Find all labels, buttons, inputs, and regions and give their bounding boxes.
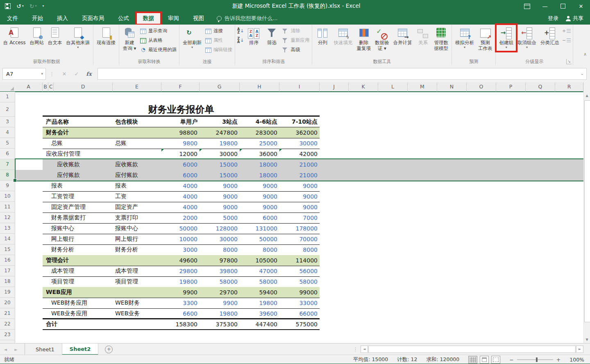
row-header-19[interactable]: 19 bbox=[0, 287, 15, 298]
cell-value-r15-G[interactable]: 8000 bbox=[200, 244, 240, 255]
cell-product-r17[interactable]: 成本管理 bbox=[43, 266, 113, 276]
page-break-view-icon[interactable] bbox=[491, 356, 500, 364]
column-header-Q[interactable]: Q bbox=[526, 82, 555, 92]
scroll-right-icon[interactable]: ► bbox=[576, 346, 583, 353]
cell-value-r22-H[interactable]: 447400 bbox=[240, 319, 279, 330]
column-header-N[interactable]: N bbox=[437, 82, 467, 92]
horizontal-scroll-thumb[interactable] bbox=[368, 346, 576, 353]
cell-value-r19-F[interactable]: 9900 bbox=[161, 287, 200, 298]
row-header-11[interactable]: 11 bbox=[0, 202, 15, 213]
cell-module-r15[interactable]: 财务分析 bbox=[113, 244, 161, 255]
sort-ascending-button[interactable]: AZ↓ bbox=[236, 27, 245, 35]
column-header-B[interactable]: B bbox=[43, 82, 48, 92]
row-header-15[interactable]: 15 bbox=[0, 244, 15, 255]
cell-module-r17[interactable]: 成本管理 bbox=[113, 266, 161, 276]
cell-value-r10-G[interactable]: 9000 bbox=[200, 191, 240, 202]
filter[interactable]: 筛选 bbox=[263, 25, 281, 47]
cell-module-r16[interactable] bbox=[113, 255, 161, 266]
cell-value-r10-F[interactable]: 4000 bbox=[161, 191, 200, 202]
cell-value-r4-G[interactable]: 247800 bbox=[200, 127, 240, 138]
zoom-slider-thumb[interactable] bbox=[536, 357, 538, 362]
cell-value-r8-G[interactable]: 15000 bbox=[200, 170, 240, 181]
cell-product-r20[interactable]: WEB财务应用 bbox=[43, 298, 113, 308]
cell-value-r17-H[interactable]: 47000 bbox=[240, 266, 279, 276]
table-header-product[interactable]: 产品名称 bbox=[43, 117, 113, 127]
zoom-level[interactable]: 100% bbox=[570, 357, 584, 363]
cell-product-r4[interactable]: 财务会计 bbox=[43, 127, 113, 138]
ungroup[interactable]: ←取消组合▾ bbox=[515, 25, 538, 50]
row-header-1[interactable]: 1 bbox=[0, 92, 15, 102]
row-header-17[interactable]: 17 bbox=[0, 266, 15, 276]
cell-product-r22[interactable]: 合计 bbox=[43, 319, 113, 330]
cell-value-r15-I[interactable]: 8000 bbox=[279, 244, 320, 255]
cell-value-r5-H[interactable]: 25000 bbox=[240, 138, 279, 149]
cell-value-r7-G[interactable]: 15000 bbox=[200, 159, 240, 170]
tab-审阅[interactable]: 审阅 bbox=[161, 12, 186, 25]
share-button[interactable]: 共享 bbox=[566, 15, 583, 22]
tab-公式[interactable]: 公式 bbox=[111, 12, 136, 25]
table-header-module[interactable]: 包含模块 bbox=[113, 117, 161, 127]
cell-value-r16-G[interactable]: 97800 bbox=[200, 255, 240, 266]
remove-duplicates[interactable]: 删除重复项 bbox=[354, 25, 373, 52]
cell-value-r11-G[interactable]: 9000 bbox=[200, 202, 240, 213]
cell-value-r8-H[interactable]: 18000 bbox=[240, 170, 279, 181]
row-header-5[interactable]: 5 bbox=[0, 138, 15, 149]
cell-value-r11-F[interactable]: 4000 bbox=[161, 202, 200, 213]
column-header-G[interactable]: G bbox=[200, 82, 240, 92]
cell-value-r19-H[interactable]: 59400 bbox=[240, 287, 279, 298]
cell-value-r20-H[interactable]: 19800 bbox=[240, 298, 279, 308]
row-header-21[interactable]: 21 bbox=[0, 308, 15, 319]
select-all-corner[interactable] bbox=[0, 82, 15, 92]
horizontal-scrollbar[interactable]: ◄ ► bbox=[361, 344, 590, 355]
sign-in-link[interactable]: 登录 bbox=[548, 15, 558, 22]
new-sheet-button[interactable]: + bbox=[105, 346, 113, 353]
cell-value-r7-I[interactable]: 21000 bbox=[279, 159, 320, 170]
cell-value-r15-F[interactable]: 3000 bbox=[161, 244, 200, 255]
cell-value-r14-F[interactable]: 10000 bbox=[161, 234, 200, 244]
formula-input[interactable]: ⌄ bbox=[98, 68, 587, 80]
from-access[interactable]: A自 Access bbox=[1, 25, 28, 47]
tab-视图[interactable]: 视图 bbox=[186, 12, 211, 25]
sort-descending-button[interactable]: ZA↓ bbox=[236, 36, 245, 45]
what-if-analysis[interactable]: ?模拟分析▾ bbox=[453, 25, 476, 50]
cell-value-r6-F[interactable]: 12000 bbox=[161, 149, 200, 159]
column-header-J[interactable]: J bbox=[320, 82, 349, 92]
forecast-sheet[interactable]: ↗预测工作表 bbox=[476, 25, 495, 52]
cell-value-r8-F[interactable]: 6000 bbox=[161, 170, 200, 181]
vertical-scroll-thumb[interactable] bbox=[584, 100, 590, 322]
row-header-18[interactable]: 18 bbox=[0, 276, 15, 287]
cell-value-r10-I[interactable]: 9000 bbox=[279, 191, 320, 202]
cell-product-r14[interactable]: 网上银行 bbox=[43, 234, 113, 244]
dialog-launcher-icon[interactable]: ↘ bbox=[566, 59, 572, 64]
table-header-4-6站点[interactable]: 4-6站点 bbox=[240, 117, 279, 127]
cell-value-r14-G[interactable]: 30000 bbox=[200, 234, 240, 244]
cell-value-r19-I[interactable]: 99000 bbox=[279, 287, 320, 298]
cell-module-r10[interactable]: 工资 bbox=[113, 191, 161, 202]
normal-view-icon[interactable] bbox=[468, 356, 477, 364]
column-header-D[interactable]: D bbox=[54, 82, 113, 92]
column-header-H[interactable]: H bbox=[240, 82, 279, 92]
tab-strip-grip[interactable]: ⋮ bbox=[351, 344, 361, 355]
cell-value-r20-F[interactable]: 3300 bbox=[161, 298, 200, 308]
zoom-out-icon[interactable]: − bbox=[509, 357, 513, 363]
cell-module-r13[interactable]: 报账中心 bbox=[113, 223, 161, 234]
cell-module-r21[interactable]: WEB业务 bbox=[113, 308, 161, 319]
tab-数据[interactable]: 数据 bbox=[136, 12, 161, 25]
cell-value-r5-F[interactable]: 9800 bbox=[161, 138, 200, 149]
cell-product-r19[interactable]: WEB应用 bbox=[43, 287, 113, 298]
row-header-6[interactable]: 6 bbox=[0, 149, 15, 159]
row-header-7[interactable]: 7 bbox=[0, 159, 16, 170]
row-header-23[interactable]: 23 bbox=[0, 330, 15, 340]
insert-function-icon[interactable]: fx bbox=[83, 71, 95, 77]
cell-module-r19[interactable] bbox=[113, 287, 161, 298]
cell-value-r18-H[interactable]: 58000 bbox=[240, 276, 279, 287]
column-header-E[interactable]: E bbox=[113, 82, 161, 92]
maximize-button[interactable] bbox=[554, 0, 572, 12]
scroll-down-icon[interactable]: ▼ bbox=[584, 336, 590, 343]
sheet-nav-right-icon[interactable]: ► bbox=[11, 344, 21, 355]
show-queries[interactable]: 显示查询 bbox=[138, 27, 178, 35]
collapse-ribbon-icon[interactable]: ∧ bbox=[583, 52, 587, 57]
cell-module-r9[interactable]: 报表 bbox=[113, 181, 161, 191]
row-header-14[interactable]: 14 bbox=[0, 234, 15, 244]
vertical-scrollbar[interactable]: ▲ ▼ bbox=[583, 82, 590, 343]
